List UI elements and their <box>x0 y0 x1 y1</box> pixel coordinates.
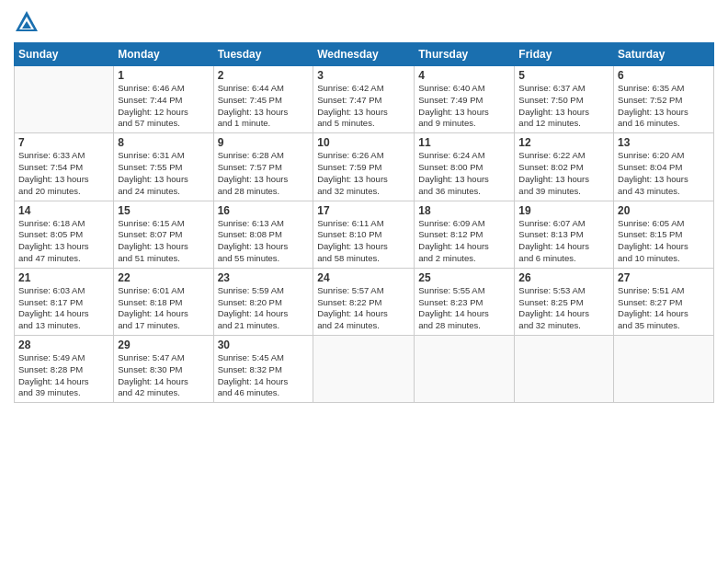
calendar-week-row: 14Sunrise: 6:18 AM Sunset: 8:05 PM Dayli… <box>15 201 714 268</box>
calendar-cell: 26Sunrise: 5:53 AM Sunset: 8:25 PM Dayli… <box>515 268 614 335</box>
calendar-cell: 5Sunrise: 6:37 AM Sunset: 7:50 PM Daylig… <box>515 66 614 133</box>
day-info: Sunrise: 6:35 AM Sunset: 7:52 PM Dayligh… <box>618 83 710 130</box>
day-info: Sunrise: 6:44 AM Sunset: 7:45 PM Dayligh… <box>218 83 310 130</box>
calendar-header-row: SundayMondayTuesdayWednesdayThursdayFrid… <box>15 43 714 66</box>
calendar-cell: 9Sunrise: 6:28 AM Sunset: 7:57 PM Daylig… <box>213 133 313 201</box>
calendar-cell: 7Sunrise: 6:33 AM Sunset: 7:54 PM Daylig… <box>15 133 114 201</box>
day-info: Sunrise: 5:49 AM Sunset: 8:28 PM Dayligh… <box>18 352 109 399</box>
day-number: 18 <box>418 204 510 217</box>
calendar-header-monday: Monday <box>114 43 213 66</box>
day-info: Sunrise: 6:33 AM Sunset: 7:54 PM Dayligh… <box>18 150 109 197</box>
day-number: 17 <box>317 204 410 217</box>
calendar-cell: 16Sunrise: 6:13 AM Sunset: 8:08 PM Dayli… <box>213 201 313 268</box>
calendar-cell: 27Sunrise: 5:51 AM Sunset: 8:27 PM Dayli… <box>614 268 714 335</box>
calendar-cell: 22Sunrise: 6:01 AM Sunset: 8:18 PM Dayli… <box>114 268 213 335</box>
calendar-cell: 29Sunrise: 5:47 AM Sunset: 8:30 PM Dayli… <box>114 336 213 403</box>
day-info: Sunrise: 6:01 AM Sunset: 8:18 PM Dayligh… <box>118 285 209 332</box>
calendar-cell: 28Sunrise: 5:49 AM Sunset: 8:28 PM Dayli… <box>15 336 114 403</box>
day-info: Sunrise: 6:37 AM Sunset: 7:50 PM Dayligh… <box>518 83 609 130</box>
day-info: Sunrise: 6:18 AM Sunset: 8:05 PM Dayligh… <box>18 218 109 265</box>
calendar-cell <box>415 336 515 403</box>
day-number: 10 <box>317 136 410 149</box>
day-number: 16 <box>218 204 310 217</box>
day-number: 27 <box>618 271 710 284</box>
day-number: 15 <box>118 204 209 217</box>
calendar-cell: 4Sunrise: 6:40 AM Sunset: 7:49 PM Daylig… <box>415 66 515 133</box>
day-number: 20 <box>618 204 710 217</box>
logo <box>14 9 41 35</box>
calendar-table: SundayMondayTuesdayWednesdayThursdayFrid… <box>14 42 714 403</box>
calendar-cell: 21Sunrise: 6:03 AM Sunset: 8:17 PM Dayli… <box>15 268 114 335</box>
day-number: 4 <box>418 69 510 82</box>
day-info: Sunrise: 6:15 AM Sunset: 8:07 PM Dayligh… <box>118 218 209 265</box>
day-info: Sunrise: 6:46 AM Sunset: 7:44 PM Dayligh… <box>118 83 209 130</box>
day-info: Sunrise: 6:05 AM Sunset: 8:15 PM Dayligh… <box>618 218 710 265</box>
day-info: Sunrise: 6:26 AM Sunset: 7:59 PM Dayligh… <box>317 150 410 197</box>
day-number: 8 <box>118 136 209 149</box>
day-info: Sunrise: 5:53 AM Sunset: 8:25 PM Dayligh… <box>518 285 609 332</box>
calendar-cell: 10Sunrise: 6:26 AM Sunset: 7:59 PM Dayli… <box>313 133 415 201</box>
calendar-header-friday: Friday <box>515 43 614 66</box>
calendar-cell: 19Sunrise: 6:07 AM Sunset: 8:13 PM Dayli… <box>515 201 614 268</box>
calendar-cell: 6Sunrise: 6:35 AM Sunset: 7:52 PM Daylig… <box>614 66 714 133</box>
calendar-cell: 25Sunrise: 5:55 AM Sunset: 8:23 PM Dayli… <box>415 268 515 335</box>
day-number: 19 <box>518 204 609 217</box>
day-info: Sunrise: 5:47 AM Sunset: 8:30 PM Dayligh… <box>118 352 209 399</box>
calendar-cell: 14Sunrise: 6:18 AM Sunset: 8:05 PM Dayli… <box>15 201 114 268</box>
day-info: Sunrise: 6:09 AM Sunset: 8:12 PM Dayligh… <box>418 218 510 265</box>
day-number: 5 <box>518 69 609 82</box>
day-number: 13 <box>618 136 710 149</box>
day-number: 22 <box>118 271 209 284</box>
day-info: Sunrise: 6:03 AM Sunset: 8:17 PM Dayligh… <box>18 285 109 332</box>
page-container: SundayMondayTuesdayWednesdayThursdayFrid… <box>0 0 728 563</box>
calendar-week-row: 7Sunrise: 6:33 AM Sunset: 7:54 PM Daylig… <box>15 133 714 201</box>
day-number: 12 <box>518 136 609 149</box>
calendar-cell: 12Sunrise: 6:22 AM Sunset: 8:02 PM Dayli… <box>515 133 614 201</box>
calendar-cell: 18Sunrise: 6:09 AM Sunset: 8:12 PM Dayli… <box>415 201 515 268</box>
header <box>14 9 714 35</box>
calendar-cell <box>313 336 415 403</box>
day-info: Sunrise: 5:57 AM Sunset: 8:22 PM Dayligh… <box>317 285 410 332</box>
day-info: Sunrise: 6:22 AM Sunset: 8:02 PM Dayligh… <box>518 150 609 197</box>
calendar-cell: 20Sunrise: 6:05 AM Sunset: 8:15 PM Dayli… <box>614 201 714 268</box>
day-info: Sunrise: 5:51 AM Sunset: 8:27 PM Dayligh… <box>618 285 710 332</box>
day-number: 23 <box>218 271 310 284</box>
day-number: 29 <box>118 339 209 351</box>
day-number: 2 <box>218 69 310 82</box>
day-number: 14 <box>18 204 109 217</box>
calendar-header-saturday: Saturday <box>614 43 714 66</box>
day-number: 11 <box>418 136 510 149</box>
day-number: 1 <box>118 69 209 82</box>
calendar-cell: 8Sunrise: 6:31 AM Sunset: 7:55 PM Daylig… <box>114 133 213 201</box>
day-info: Sunrise: 5:55 AM Sunset: 8:23 PM Dayligh… <box>418 285 510 332</box>
day-info: Sunrise: 6:24 AM Sunset: 8:00 PM Dayligh… <box>418 150 510 197</box>
calendar-cell: 17Sunrise: 6:11 AM Sunset: 8:10 PM Dayli… <box>313 201 415 268</box>
logo-icon <box>14 9 40 35</box>
calendar-week-row: 1Sunrise: 6:46 AM Sunset: 7:44 PM Daylig… <box>15 66 714 133</box>
calendar-cell: 3Sunrise: 6:42 AM Sunset: 7:47 PM Daylig… <box>313 66 415 133</box>
day-info: Sunrise: 6:31 AM Sunset: 7:55 PM Dayligh… <box>118 150 209 197</box>
calendar-cell: 11Sunrise: 6:24 AM Sunset: 8:00 PM Dayli… <box>415 133 515 201</box>
day-number: 6 <box>618 69 710 82</box>
calendar-cell: 2Sunrise: 6:44 AM Sunset: 7:45 PM Daylig… <box>213 66 313 133</box>
day-info: Sunrise: 6:11 AM Sunset: 8:10 PM Dayligh… <box>317 218 410 265</box>
day-number: 25 <box>418 271 510 284</box>
day-number: 26 <box>518 271 609 284</box>
calendar-cell: 15Sunrise: 6:15 AM Sunset: 8:07 PM Dayli… <box>114 201 213 268</box>
calendar-cell: 23Sunrise: 5:59 AM Sunset: 8:20 PM Dayli… <box>213 268 313 335</box>
calendar-cell <box>614 336 714 403</box>
day-info: Sunrise: 6:40 AM Sunset: 7:49 PM Dayligh… <box>418 83 510 130</box>
calendar-header-thursday: Thursday <box>415 43 515 66</box>
calendar-week-row: 28Sunrise: 5:49 AM Sunset: 8:28 PM Dayli… <box>15 336 714 403</box>
day-number: 30 <box>218 339 310 351</box>
calendar-header-wednesday: Wednesday <box>313 43 415 66</box>
calendar-header-sunday: Sunday <box>15 43 114 66</box>
calendar-cell: 1Sunrise: 6:46 AM Sunset: 7:44 PM Daylig… <box>114 66 213 133</box>
calendar-cell <box>515 336 614 403</box>
day-info: Sunrise: 6:20 AM Sunset: 8:04 PM Dayligh… <box>618 150 710 197</box>
day-info: Sunrise: 5:45 AM Sunset: 8:32 PM Dayligh… <box>218 352 310 399</box>
day-info: Sunrise: 5:59 AM Sunset: 8:20 PM Dayligh… <box>218 285 310 332</box>
day-info: Sunrise: 6:13 AM Sunset: 8:08 PM Dayligh… <box>218 218 310 265</box>
day-number: 3 <box>317 69 410 82</box>
day-info: Sunrise: 6:07 AM Sunset: 8:13 PM Dayligh… <box>518 218 609 265</box>
